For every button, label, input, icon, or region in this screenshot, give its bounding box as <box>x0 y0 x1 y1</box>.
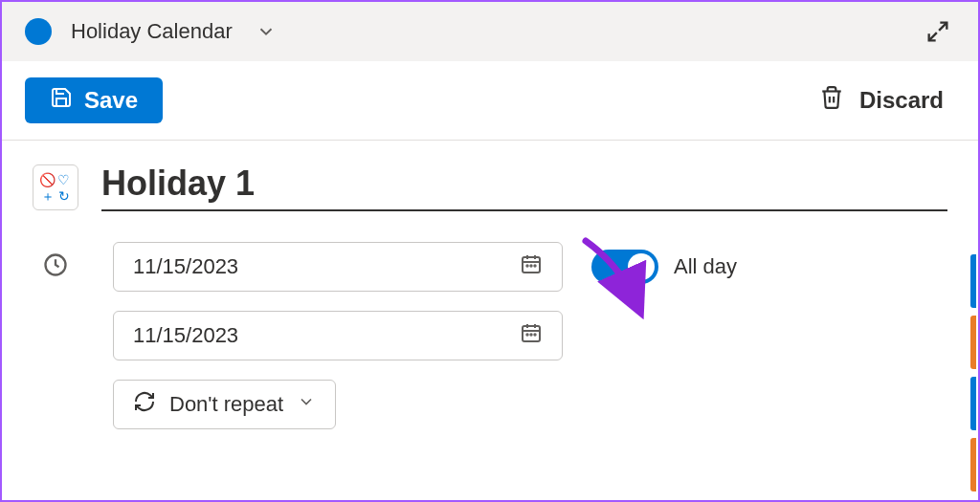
chevron-down-icon[interactable] <box>252 17 280 46</box>
end-date-input[interactable]: 11/15/2023 <box>113 311 563 360</box>
calendar-color-dot <box>25 18 52 45</box>
svg-point-7 <box>534 265 535 266</box>
repeat-icon <box>133 390 156 419</box>
calendar-header: Holiday Calendar <box>2 2 978 61</box>
all-day-label: All day <box>674 254 737 279</box>
discard-button[interactable]: Discard <box>808 77 955 123</box>
svg-point-12 <box>526 334 527 335</box>
chevron-down-icon <box>297 392 316 417</box>
start-date-value: 11/15/2023 <box>133 254 238 279</box>
action-bar: Save Discard <box>2 61 978 140</box>
save-button[interactable]: Save <box>25 77 163 123</box>
save-button-label: Save <box>84 87 138 114</box>
side-tab <box>970 438 976 491</box>
calendar-selector[interactable]: Holiday Calendar <box>25 17 280 46</box>
save-icon <box>50 86 73 115</box>
discard-button-label: Discard <box>859 87 944 114</box>
svg-point-13 <box>530 334 531 335</box>
calendar-icon <box>520 321 543 350</box>
emoji-icon-3: ＋ <box>39 189 56 203</box>
emoji-icon-2: ♡ <box>56 173 72 186</box>
calendar-icon <box>520 252 543 281</box>
side-tab <box>970 377 976 430</box>
event-title-input[interactable] <box>101 164 947 204</box>
side-tab <box>970 254 976 308</box>
event-title-field[interactable] <box>101 164 947 211</box>
repeat-label: Don't repeat <box>169 392 283 417</box>
svg-point-6 <box>530 265 531 266</box>
repeat-dropdown[interactable]: Don't repeat <box>113 380 336 429</box>
end-date-value: 11/15/2023 <box>133 323 238 348</box>
svg-point-14 <box>534 334 535 335</box>
emoji-icon-4: ↻ <box>56 189 72 203</box>
expand-icon[interactable] <box>921 14 955 49</box>
side-color-tabs <box>970 254 976 499</box>
clock-icon <box>33 242 78 278</box>
emoji-picker-button[interactable]: 🚫 ♡ ＋ ↻ <box>33 164 78 210</box>
start-date-input[interactable]: 11/15/2023 <box>113 242 563 292</box>
calendar-name: Holiday Calendar <box>71 19 233 44</box>
emoji-icon-1: 🚫 <box>39 173 56 186</box>
all-day-toggle[interactable] <box>591 250 658 284</box>
toggle-knob <box>628 253 655 280</box>
trash-icon <box>819 85 844 116</box>
svg-point-5 <box>526 265 527 266</box>
side-tab <box>970 316 976 369</box>
